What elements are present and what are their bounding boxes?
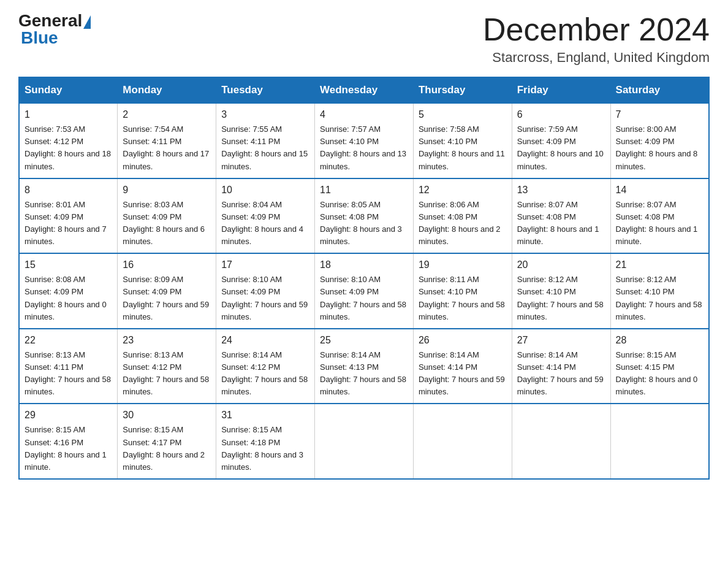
- day-info: Sunrise: 8:10 AMSunset: 4:09 PMDaylight:…: [320, 275, 406, 321]
- calendar-cell: 17 Sunrise: 8:10 AMSunset: 4:09 PMDaylig…: [216, 253, 315, 329]
- day-number: 9: [123, 183, 211, 197]
- day-number: 16: [123, 258, 211, 272]
- day-number: 25: [320, 333, 408, 348]
- calendar-cell: 3 Sunrise: 7:55 AMSunset: 4:11 PMDayligh…: [216, 103, 315, 178]
- calendar-cell: 2 Sunrise: 7:54 AMSunset: 4:11 PMDayligh…: [118, 103, 216, 178]
- day-info: Sunrise: 7:55 AMSunset: 4:11 PMDaylight:…: [221, 124, 308, 170]
- day-number: 13: [517, 183, 605, 197]
- calendar-week-row: 8 Sunrise: 8:01 AMSunset: 4:09 PMDayligh…: [19, 178, 709, 254]
- calendar-cell: 18 Sunrise: 8:10 AMSunset: 4:09 PMDaylig…: [315, 253, 414, 329]
- day-number: 14: [616, 183, 703, 197]
- calendar-cell: 16 Sunrise: 8:09 AMSunset: 4:09 PMDaylig…: [118, 253, 216, 329]
- calendar-week-row: 15 Sunrise: 8:08 AMSunset: 4:09 PMDaylig…: [19, 253, 709, 329]
- calendar-cell: 29 Sunrise: 8:15 AMSunset: 4:16 PMDaylig…: [19, 404, 118, 479]
- day-number: 5: [419, 107, 507, 122]
- day-number: 1: [25, 107, 112, 122]
- day-number: 8: [25, 183, 112, 197]
- calendar-cell: 23 Sunrise: 8:13 AMSunset: 4:12 PMDaylig…: [118, 329, 216, 404]
- weekday-header-tuesday: Tuesday: [216, 77, 315, 103]
- calendar-cell: 8 Sunrise: 8:01 AMSunset: 4:09 PMDayligh…: [19, 178, 118, 254]
- calendar-cell: 22 Sunrise: 8:13 AMSunset: 4:11 PMDaylig…: [19, 329, 118, 404]
- day-number: 7: [616, 107, 703, 122]
- calendar-cell: [413, 404, 512, 479]
- calendar-cell: 27 Sunrise: 8:14 AMSunset: 4:14 PMDaylig…: [512, 329, 610, 404]
- calendar-cell: 13 Sunrise: 8:07 AMSunset: 4:08 PMDaylig…: [512, 178, 610, 254]
- weekday-header-wednesday: Wednesday: [315, 77, 414, 103]
- page-header: General Blue December 2024 Starcross, En…: [18, 12, 710, 66]
- day-number: 31: [221, 408, 309, 423]
- calendar-cell: [610, 404, 709, 479]
- day-number: 22: [25, 333, 112, 348]
- calendar-cell: 4 Sunrise: 7:57 AMSunset: 4:10 PMDayligh…: [315, 103, 414, 178]
- day-number: 29: [25, 408, 112, 423]
- day-info: Sunrise: 8:15 AMSunset: 4:18 PMDaylight:…: [221, 425, 303, 471]
- day-number: 6: [517, 107, 605, 122]
- calendar-cell: 19 Sunrise: 8:11 AMSunset: 4:10 PMDaylig…: [413, 253, 512, 329]
- day-number: 12: [419, 183, 507, 197]
- day-number: 23: [123, 333, 211, 348]
- weekday-header-saturday: Saturday: [610, 77, 709, 103]
- day-info: Sunrise: 8:04 AMSunset: 4:09 PMDaylight:…: [221, 200, 303, 246]
- day-info: Sunrise: 8:09 AMSunset: 4:09 PMDaylight:…: [123, 275, 209, 321]
- day-number: 17: [221, 258, 309, 272]
- calendar-cell: 30 Sunrise: 8:15 AMSunset: 4:17 PMDaylig…: [118, 404, 216, 479]
- day-info: Sunrise: 8:14 AMSunset: 4:14 PMDaylight:…: [517, 350, 604, 396]
- calendar-cell: 28 Sunrise: 8:15 AMSunset: 4:15 PMDaylig…: [610, 329, 709, 404]
- calendar-cell: 21 Sunrise: 8:12 AMSunset: 4:10 PMDaylig…: [610, 253, 709, 329]
- day-info: Sunrise: 8:11 AMSunset: 4:10 PMDaylight:…: [419, 275, 505, 321]
- day-number: 10: [221, 183, 309, 197]
- day-number: 30: [123, 408, 211, 423]
- day-number: 26: [419, 333, 507, 348]
- day-info: Sunrise: 8:07 AMSunset: 4:08 PMDaylight:…: [616, 200, 698, 246]
- day-number: 15: [25, 258, 112, 272]
- day-number: 24: [221, 333, 309, 348]
- day-number: 28: [616, 333, 703, 348]
- calendar-cell: 10 Sunrise: 8:04 AMSunset: 4:09 PMDaylig…: [216, 178, 315, 254]
- calendar-cell: 24 Sunrise: 8:14 AMSunset: 4:12 PMDaylig…: [216, 329, 315, 404]
- day-info: Sunrise: 7:58 AMSunset: 4:10 PMDaylight:…: [419, 124, 505, 170]
- calendar-cell: 25 Sunrise: 8:14 AMSunset: 4:13 PMDaylig…: [315, 329, 414, 404]
- day-info: Sunrise: 7:59 AMSunset: 4:09 PMDaylight:…: [517, 124, 604, 170]
- day-info: Sunrise: 8:01 AMSunset: 4:09 PMDaylight:…: [25, 200, 107, 246]
- calendar-cell: 7 Sunrise: 8:00 AMSunset: 4:09 PMDayligh…: [610, 103, 709, 178]
- day-info: Sunrise: 8:06 AMSunset: 4:08 PMDaylight:…: [419, 200, 501, 246]
- logo: General Blue: [18, 12, 91, 48]
- day-info: Sunrise: 8:15 AMSunset: 4:16 PMDaylight:…: [25, 425, 107, 471]
- day-info: Sunrise: 7:54 AMSunset: 4:11 PMDaylight:…: [123, 124, 209, 170]
- day-info: Sunrise: 7:53 AMSunset: 4:12 PMDaylight:…: [25, 124, 111, 170]
- day-info: Sunrise: 8:08 AMSunset: 4:09 PMDaylight:…: [25, 275, 107, 321]
- day-info: Sunrise: 8:12 AMSunset: 4:10 PMDaylight:…: [517, 275, 604, 321]
- title-block: December 2024 Starcross, England, United…: [483, 12, 710, 66]
- calendar-cell: 26 Sunrise: 8:14 AMSunset: 4:14 PMDaylig…: [413, 329, 512, 404]
- calendar-cell: 5 Sunrise: 7:58 AMSunset: 4:10 PMDayligh…: [413, 103, 512, 178]
- day-number: 2: [123, 107, 211, 122]
- day-info: Sunrise: 7:57 AMSunset: 4:10 PMDaylight:…: [320, 124, 406, 170]
- day-number: 20: [517, 258, 605, 272]
- day-info: Sunrise: 8:15 AMSunset: 4:15 PMDaylight:…: [616, 350, 698, 396]
- logo-blue-text: Blue: [21, 28, 58, 48]
- location-text: Starcross, England, United Kingdom: [483, 50, 710, 66]
- calendar-cell: [315, 404, 414, 479]
- day-info: Sunrise: 8:14 AMSunset: 4:13 PMDaylight:…: [320, 350, 406, 396]
- calendar-cell: [512, 404, 610, 479]
- day-number: 27: [517, 333, 605, 348]
- calendar-table: SundayMondayTuesdayWednesdayThursdayFrid…: [18, 77, 710, 480]
- calendar-week-row: 22 Sunrise: 8:13 AMSunset: 4:11 PMDaylig…: [19, 329, 709, 404]
- calendar-cell: 6 Sunrise: 7:59 AMSunset: 4:09 PMDayligh…: [512, 103, 610, 178]
- day-info: Sunrise: 8:13 AMSunset: 4:12 PMDaylight:…: [123, 350, 209, 396]
- calendar-cell: 31 Sunrise: 8:15 AMSunset: 4:18 PMDaylig…: [216, 404, 315, 479]
- calendar-cell: 15 Sunrise: 8:08 AMSunset: 4:09 PMDaylig…: [19, 253, 118, 329]
- day-number: 4: [320, 107, 408, 122]
- day-info: Sunrise: 8:05 AMSunset: 4:08 PMDaylight:…: [320, 200, 402, 246]
- calendar-cell: 11 Sunrise: 8:05 AMSunset: 4:08 PMDaylig…: [315, 178, 414, 254]
- day-info: Sunrise: 8:03 AMSunset: 4:09 PMDaylight:…: [123, 200, 205, 246]
- calendar-cell: 1 Sunrise: 7:53 AMSunset: 4:12 PMDayligh…: [19, 103, 118, 178]
- weekday-header-monday: Monday: [118, 77, 216, 103]
- weekday-header-sunday: Sunday: [19, 77, 118, 103]
- logo-triangle-icon: [83, 15, 91, 29]
- month-title: December 2024: [483, 12, 710, 47]
- day-number: 21: [616, 258, 703, 272]
- calendar-cell: 20 Sunrise: 8:12 AMSunset: 4:10 PMDaylig…: [512, 253, 610, 329]
- calendar-cell: 12 Sunrise: 8:06 AMSunset: 4:08 PMDaylig…: [413, 178, 512, 254]
- day-number: 3: [221, 107, 309, 122]
